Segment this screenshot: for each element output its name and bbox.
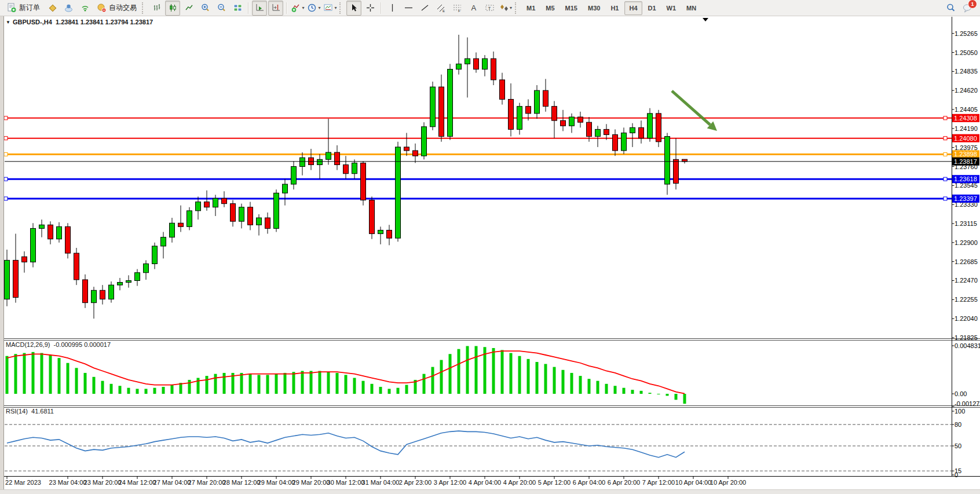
candle: [361, 163, 366, 200]
price-level-box-label: 1.23618: [954, 175, 977, 182]
macd-histogram-bar: [49, 355, 52, 394]
line-handle[interactable]: [4, 116, 8, 120]
macd-histogram-bar: [345, 375, 348, 394]
vertical-line-button[interactable]: [385, 1, 400, 16]
autotrade-button[interactable]: 自动交易: [93, 1, 140, 16]
price-tick-label: 1.25265: [955, 30, 978, 37]
candle: [152, 246, 158, 264]
line-handle[interactable]: [944, 116, 947, 120]
channel-button[interactable]: E: [433, 1, 448, 16]
candle: [552, 107, 557, 120]
signals-icon: [80, 3, 90, 13]
candle: [187, 211, 192, 226]
time-axis-label: 24 Mar 12:00: [119, 479, 156, 486]
horizontal-line-button[interactable]: [401, 1, 416, 16]
line-handle[interactable]: [4, 197, 8, 200]
candle: [543, 90, 548, 106]
horizontal-line-icon: [404, 3, 414, 13]
macd-histogram-bar: [405, 385, 408, 394]
macd-histogram-bar: [310, 371, 313, 394]
line-handle[interactable]: [944, 197, 947, 200]
arrows-button[interactable]: ▾: [498, 1, 513, 16]
price-tick-label: 1.23115: [955, 220, 977, 227]
indicators-button[interactable]: ▾: [290, 1, 305, 16]
zoom-out-button[interactable]: [214, 1, 229, 16]
macd-histogram-bar: [119, 386, 122, 394]
candle: [482, 58, 488, 69]
macd-histogram-bar: [32, 352, 35, 394]
macd-histogram-bar: [597, 381, 599, 394]
line-handle[interactable]: [944, 137, 947, 140]
tab-timeframe-d1[interactable]: D1: [643, 1, 661, 15]
chat-button[interactable]: 1: [960, 1, 975, 16]
rsi-axis-label: 0: [955, 471, 958, 478]
bar-chart-button[interactable]: [149, 1, 164, 16]
price-level-box-label: 1.24308: [954, 115, 977, 122]
tab-timeframe-m1[interactable]: M1: [522, 1, 540, 15]
signals-button[interactable]: [77, 1, 92, 16]
tab-timeframe-h4[interactable]: H4: [624, 1, 642, 15]
price-tick-label: 1.24405: [955, 106, 978, 113]
line-chart-button[interactable]: [181, 1, 196, 16]
auto-scroll-button[interactable]: [252, 1, 267, 16]
candle: [22, 257, 27, 262]
cursor-button[interactable]: [346, 1, 361, 16]
chart-shift-button[interactable]: [268, 1, 283, 16]
candle: [396, 147, 401, 238]
time-axis-label: 23 Mar 20:00: [84, 479, 122, 486]
tab-timeframe-m30[interactable]: M30: [583, 1, 605, 15]
candle: [257, 218, 262, 225]
community-button[interactable]: [61, 1, 76, 16]
search-button[interactable]: [944, 1, 959, 16]
tile-windows-icon: [233, 3, 243, 13]
new-order-button[interactable]: 新订单: [3, 1, 43, 16]
candle: [83, 280, 88, 303]
gold-button[interactable]: [45, 1, 60, 16]
macd-histogram-bar: [75, 368, 78, 394]
trendline-button[interactable]: [417, 1, 432, 16]
price-level-box-label: 1.24080: [954, 135, 977, 142]
candle: [126, 280, 131, 282]
macd-axis-label: 0.004831: [955, 342, 980, 349]
macd-histogram-bar: [458, 349, 460, 394]
candle: [265, 218, 270, 228]
candle: [39, 225, 45, 228]
tab-timeframe-mn[interactable]: MN: [682, 1, 701, 15]
symbol-collapse-icon[interactable]: ▼: [6, 20, 10, 25]
candle: [161, 237, 166, 246]
line-handle[interactable]: [4, 137, 8, 140]
candlestick-button[interactable]: [165, 1, 180, 16]
line-handle[interactable]: [944, 152, 947, 156]
macd-histogram-bar: [58, 358, 61, 394]
macd-histogram-bar: [492, 348, 495, 394]
macd-histogram-bar: [188, 380, 191, 394]
candle: [248, 207, 253, 225]
fibonacci-button[interactable]: F: [449, 1, 465, 16]
price-tick-label: 1.22470: [955, 277, 978, 284]
text-button[interactable]: A: [466, 1, 481, 16]
line-handle[interactable]: [4, 177, 8, 181]
candle: [500, 80, 505, 100]
tab-timeframe-w1[interactable]: W1: [662, 1, 681, 15]
periods-button[interactable]: ▾: [306, 1, 321, 16]
templates-button[interactable]: ▾: [323, 1, 338, 16]
fibonacci-icon: F: [452, 3, 462, 13]
tab-timeframe-m15[interactable]: M15: [561, 1, 582, 15]
time-axis-label: 4 Apr 20:00: [503, 479, 536, 486]
tab-timeframe-m5[interactable]: M5: [541, 1, 559, 15]
time-axis-label: 28 Mar 12:00: [223, 479, 261, 486]
text-label-button[interactable]: T: [482, 1, 497, 16]
candle: [74, 253, 79, 280]
toolbar-separator: [381, 2, 382, 14]
zoom-in-button[interactable]: [198, 1, 213, 16]
tile-windows-button[interactable]: [230, 1, 245, 16]
macd-histogram-bar: [223, 373, 226, 394]
line-handle[interactable]: [4, 152, 8, 156]
macd-histogram-bar: [683, 394, 686, 404]
candle: [274, 193, 279, 228]
crosshair-button[interactable]: [363, 1, 378, 16]
search-icon: [946, 3, 956, 13]
tab-timeframe-h1[interactable]: H1: [606, 1, 623, 15]
candle: [5, 260, 10, 299]
line-handle[interactable]: [944, 177, 947, 181]
